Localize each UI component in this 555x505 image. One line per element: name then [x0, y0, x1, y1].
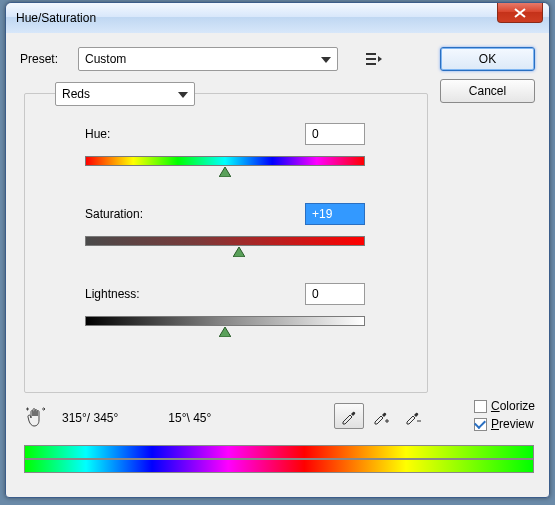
preview-label: Preview: [491, 417, 534, 431]
dialog-buttons: OK Cancel: [440, 47, 535, 103]
close-button[interactable]: [497, 3, 543, 23]
lightness-label: Lightness:: [85, 287, 140, 301]
titlebar[interactable]: Hue/Saturation: [6, 3, 549, 33]
eyedropper-add-tool[interactable]: [366, 403, 396, 429]
targeted-adjust-tool[interactable]: [24, 406, 52, 431]
colorize-checkbox[interactable]: Colorize: [474, 399, 535, 413]
hue-slider[interactable]: [85, 156, 365, 166]
angle-left: 315°/ 345°: [62, 411, 118, 425]
svg-rect-2: [366, 63, 376, 65]
hue-input[interactable]: 0: [305, 123, 365, 145]
hand-icon: [24, 406, 48, 428]
lightness-slider-block: Lightness: 0: [85, 282, 365, 326]
adjustment-group: Reds Hue: 0 Saturation:: [24, 93, 428, 393]
menu-icon: [366, 52, 382, 66]
channel-value: Reds: [62, 87, 90, 101]
saturation-slider[interactable]: [85, 236, 365, 246]
eyedropper-minus-icon: [404, 407, 422, 425]
saturation-slider-thumb[interactable]: [233, 246, 245, 256]
preset-label: Preset:: [20, 52, 68, 66]
color-bar-top[interactable]: [24, 445, 534, 459]
hue-saturation-dialog: Hue/Saturation Preset: Custom: [5, 2, 550, 498]
window-title: Hue/Saturation: [16, 11, 96, 25]
hue-slider-block: Hue: 0: [85, 122, 365, 166]
close-icon: [514, 8, 526, 18]
angle-right: 15°\ 45°: [168, 411, 211, 425]
colorize-label: Colorize: [491, 399, 535, 413]
dialog-content: Preset: Custom OK Cancel: [6, 33, 549, 497]
channel-dropdown[interactable]: Reds: [55, 82, 195, 106]
eyedropper-plus-icon: [372, 407, 390, 425]
eyedropper-tools: [334, 403, 428, 429]
options-checkboxes: Colorize Preview: [474, 399, 535, 431]
preview-checkbox[interactable]: Preview: [474, 417, 535, 431]
lightness-slider[interactable]: [85, 316, 365, 326]
color-range-bars: [24, 445, 534, 473]
preset-menu-button[interactable]: [366, 52, 382, 66]
saturation-slider-block: Saturation: +19: [85, 202, 365, 246]
saturation-input[interactable]: +19: [305, 203, 365, 225]
lightness-input[interactable]: 0: [305, 283, 365, 305]
saturation-label: Saturation:: [85, 207, 143, 221]
chevron-down-icon: [321, 52, 331, 66]
chevron-down-icon: [178, 87, 188, 101]
preset-value: Custom: [85, 52, 126, 66]
svg-rect-0: [366, 53, 376, 55]
range-row: 315°/ 345° 15°\ 45°: [24, 403, 428, 433]
eyedropper-icon: [340, 407, 358, 425]
hue-slider-thumb[interactable]: [219, 166, 231, 176]
hue-label: Hue:: [85, 127, 110, 141]
lightness-slider-thumb[interactable]: [219, 326, 231, 336]
checkbox-box: [474, 418, 487, 431]
checkbox-box: [474, 400, 487, 413]
eyedropper-subtract-tool[interactable]: [398, 403, 428, 429]
cancel-button[interactable]: Cancel: [440, 79, 535, 103]
ok-button[interactable]: OK: [440, 47, 535, 71]
color-bar-bottom[interactable]: [24, 459, 534, 473]
svg-rect-1: [366, 58, 376, 60]
eyedropper-tool[interactable]: [334, 403, 364, 429]
preset-dropdown[interactable]: Custom: [78, 47, 338, 71]
